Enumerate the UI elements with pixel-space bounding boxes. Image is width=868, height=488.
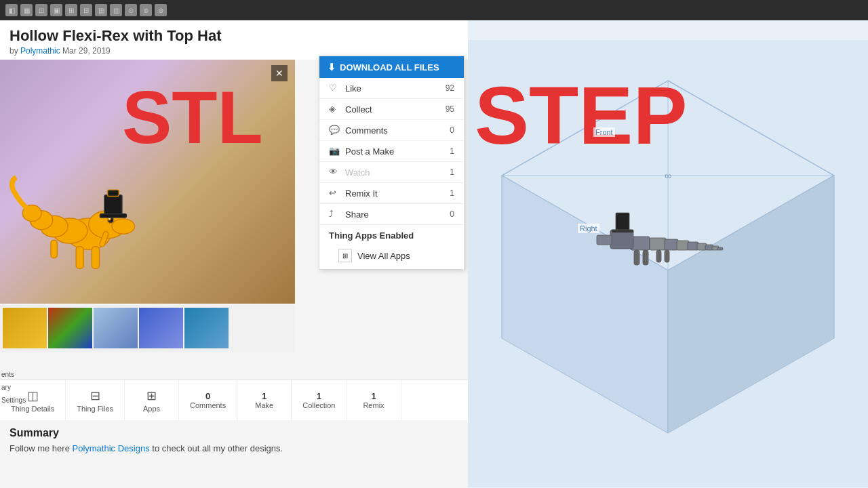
- date-label: Mar 29, 2019: [62, 46, 111, 56]
- toolbar-icon-5[interactable]: ⊞: [65, 4, 77, 16]
- image-close-button[interactable]: ✕: [271, 65, 288, 81]
- nav-comments[interactable]: 0 Comments: [179, 380, 237, 420]
- remix-item[interactable]: ↩ Remix It 1: [319, 183, 464, 204]
- comments-item-left: 💬 Comments: [329, 125, 388, 136]
- nav-thing-files[interactable]: ⊟ Thing Files: [66, 380, 125, 420]
- view-all-apps-button[interactable]: ⊞ View All Apps: [329, 245, 454, 266]
- apps-title: Thing Apps Enabled: [329, 230, 454, 241]
- watch-item-left: 👁 Watch: [329, 167, 370, 178]
- share-item[interactable]: ⤴ Share 0: [319, 204, 464, 225]
- bottom-nav: ◫ Thing Details ⊟ Thing Files ⊞ Apps 0 C…: [0, 380, 468, 420]
- watch-count: 1: [450, 167, 454, 177]
- svg-rect-42: [612, 230, 633, 232]
- svg-rect-27: [650, 238, 666, 250]
- post-make-label: Post a Make: [345, 146, 394, 157]
- sidebar-settings[interactable]: Settings: [0, 394, 41, 407]
- comments-icon: 💬: [329, 125, 340, 136]
- thumbnail-2[interactable]: [48, 308, 92, 348]
- share-item-left: ⤴ Share: [329, 209, 369, 220]
- toolbar-icon-11[interactable]: ⊛: [155, 4, 167, 16]
- make-nav-count: 1: [262, 391, 267, 401]
- nav-make[interactable]: 1 Make: [237, 380, 292, 420]
- remix-icon: ↩: [329, 188, 340, 199]
- toolbar-icon-10[interactable]: ⊚: [140, 4, 152, 16]
- summary-text-before: Follow me here: [9, 443, 72, 453]
- share-count: 0: [450, 209, 454, 219]
- nav-collection[interactable]: 1 Collection: [292, 380, 347, 420]
- download-icon: ⬇: [328, 62, 336, 73]
- apps-icon: ⊞: [146, 388, 157, 403]
- polymathic-designs-link[interactable]: Polymathic Designs: [72, 443, 149, 453]
- nav-remix[interactable]: 1 Remix: [347, 380, 401, 420]
- remix-count: 1: [450, 188, 454, 198]
- main-image: STL: [0, 60, 295, 304]
- svg-rect-10: [92, 247, 99, 269]
- remix-tab-label: Remix: [363, 401, 384, 409]
- svg-rect-9: [76, 247, 83, 269]
- svg-rect-15: [108, 190, 119, 196]
- like-item[interactable]: ♡ Like 92: [319, 78, 464, 99]
- summary-section: Summary Follow me here Polymathic Design…: [0, 420, 468, 488]
- thumbnail-4[interactable]: [139, 308, 183, 348]
- sidebar-ents: ents: [0, 368, 41, 381]
- stl-watermark: STL: [122, 80, 263, 155]
- svg-rect-40: [717, 247, 723, 250]
- comments-item[interactable]: 💬 Comments 0: [319, 120, 464, 141]
- thing-files-label: Thing Files: [77, 405, 113, 413]
- toolbar-icon-8[interactable]: ▥: [110, 4, 122, 16]
- svg-rect-11: [51, 240, 57, 258]
- like-item-left: ♡ Like: [329, 83, 361, 94]
- thumbnail-1[interactable]: [3, 308, 47, 348]
- like-count: 92: [446, 83, 454, 93]
- svg-rect-37: [665, 250, 669, 262]
- watch-label: Watch: [345, 167, 370, 178]
- summary-text-after: to check out all my other designs.: [152, 443, 283, 453]
- svg-rect-34: [634, 250, 639, 265]
- toolbar-icon-6[interactable]: ⊟: [80, 4, 92, 16]
- view-label-front: Front: [593, 127, 615, 137]
- share-label: Share: [345, 209, 369, 220]
- by-label: by: [9, 46, 20, 56]
- post-make-item[interactable]: 📷 Post a Make 1: [319, 141, 464, 162]
- toolbar-icon-3[interactable]: ⊡: [35, 4, 47, 16]
- page-title: Hollow Flexi-Rex with Top Hat: [9, 27, 458, 45]
- thumbnail-5[interactable]: [184, 308, 229, 348]
- remix-item-left: ↩ Remix It: [329, 188, 378, 199]
- comments-tab-label: Comments: [190, 401, 226, 409]
- toolbar-icon-2[interactable]: ▦: [20, 4, 33, 16]
- right-panel: ↻ ✥ + − ⊡ ▣ ⊞ ■ ⋮ ↔ ⚙ ⬆ STEP: [468, 20, 868, 488]
- collect-item-left: ◈ Collect: [329, 104, 372, 115]
- toolbar-icon-9[interactable]: ⊙: [125, 4, 137, 16]
- summary-text: Follow me here Polymathic Designs to che…: [9, 443, 458, 453]
- sidebar-ary: ary: [0, 381, 41, 394]
- svg-rect-36: [656, 250, 661, 262]
- app-icon: ⊞: [338, 249, 352, 262]
- view-label-right: Right: [578, 224, 599, 233]
- toolbar-icon-7[interactable]: ▤: [95, 4, 107, 16]
- thing-meta: by Polymathic Mar 29, 2019: [9, 46, 458, 56]
- comments-nav-count: 0: [205, 391, 210, 401]
- watch-item[interactable]: 👁 Watch 1: [319, 162, 464, 183]
- svg-text:∞: ∞: [665, 170, 671, 181]
- thumbnail-3[interactable]: [94, 308, 138, 348]
- make-tab-label: Make: [255, 401, 273, 409]
- svg-rect-41: [616, 213, 629, 230]
- thing-header: Hollow Flexi-Rex with Top Hat by Polymat…: [0, 20, 468, 60]
- post-make-count: 1: [450, 146, 454, 156]
- like-label: Like: [345, 83, 361, 94]
- svg-rect-13: [104, 195, 122, 216]
- post-make-icon: 📷: [329, 146, 340, 157]
- toolbar-icon-4[interactable]: ▣: [50, 4, 62, 16]
- left-panel: Hollow Flexi-Rex with Top Hat by Polymat…: [0, 20, 468, 488]
- collect-icon: ◈: [329, 104, 340, 115]
- collect-label: Collect: [345, 104, 372, 115]
- remix-nav-count: 1: [371, 391, 376, 401]
- collect-item[interactable]: ◈ Collect 95: [319, 99, 464, 120]
- author-link[interactable]: Polymathic: [20, 46, 60, 56]
- svg-rect-29: [677, 241, 689, 250]
- nav-apps[interactable]: ⊞ Apps: [125, 380, 179, 420]
- download-all-files-button[interactable]: ⬇ DOWNLOAD ALL FILES: [319, 56, 464, 78]
- like-icon: ♡: [329, 83, 340, 94]
- toolbar-icon-1[interactable]: ◧: [5, 4, 18, 16]
- collection-tab-label: Collection: [302, 401, 335, 409]
